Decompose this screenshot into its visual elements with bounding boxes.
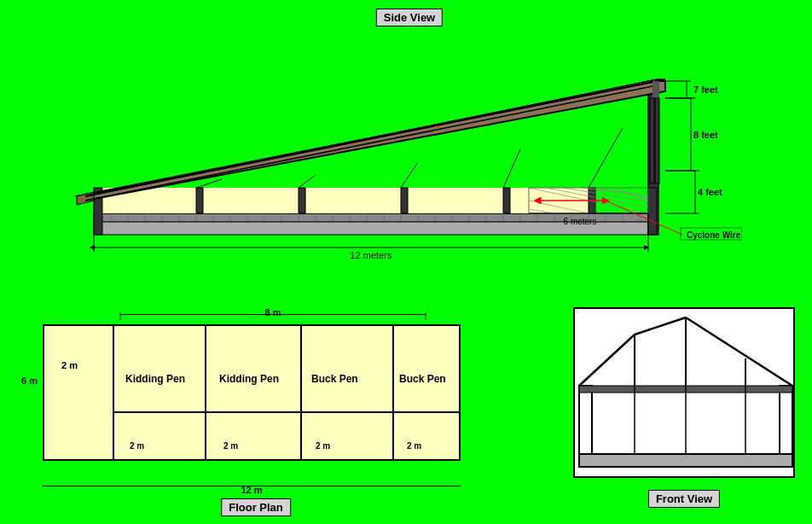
svg-line-95 — [579, 335, 635, 386]
svg-line-48 — [85, 81, 657, 196]
side-view-label: Side View — [376, 9, 443, 26]
dim-6m: 6 m — [21, 376, 38, 386]
dim-line-12m — [43, 486, 461, 486]
svg-rect-44 — [648, 188, 657, 235]
svg-line-49 — [85, 85, 657, 201]
sep-4 — [392, 326, 394, 459]
floor-rect: 2 m Kidding Pen Kidding Pen Buck Pen Buc… — [43, 324, 461, 461]
svg-text:8 feet: 8 feet — [693, 130, 718, 140]
dim-line-8m — [119, 314, 426, 315]
sep-left — [113, 326, 114, 459]
svg-rect-39 — [196, 188, 203, 213]
svg-line-64 — [597, 188, 648, 198]
svg-line-51 — [196, 179, 222, 188]
svg-rect-92 — [579, 386, 592, 454]
bottom-dim-4: 2 m — [407, 441, 421, 451]
svg-line-66 — [631, 188, 648, 205]
svg-line-55 — [589, 128, 623, 188]
svg-text:12 meters: 12 meters — [351, 250, 392, 260]
svg-rect-36 — [98, 188, 589, 213]
dim-tick-right: | — [425, 311, 426, 320]
bottom-dim-2: 2 m — [223, 441, 238, 451]
svg-text:Cyclone Wire: Cyclone Wire — [687, 230, 741, 240]
svg-text:7 feet: 7 feet — [693, 84, 718, 95]
sep-2 — [205, 326, 206, 459]
floor-plan-label: Floor Plan — [221, 498, 291, 516]
svg-line-96 — [635, 317, 686, 335]
svg-line-54 — [503, 149, 520, 188]
kidding-pen-1: Kidding Pen — [125, 373, 185, 385]
label-2m-corridor: 2 m — [61, 360, 78, 370]
side-view-svg: 12 meters 7 feet 8 feet 4 feet — [43, 30, 742, 277]
front-view-label: Front View — [648, 490, 720, 508]
svg-text:6 meters: 6 meters — [564, 217, 597, 226]
dim-8m: 8 m — [119, 307, 426, 317]
svg-line-97 — [686, 317, 792, 386]
svg-rect-58 — [655, 98, 659, 183]
svg-rect-56 — [652, 81, 659, 98]
side-view-container: Side View — [43, 9, 776, 290]
svg-rect-41 — [401, 188, 408, 213]
svg-line-52 — [299, 175, 316, 188]
buck-pen-2: Buck Pen — [399, 373, 446, 385]
svg-text:4 feet: 4 feet — [698, 187, 722, 197]
dim-tick-left: | — [119, 311, 121, 320]
svg-rect-93 — [780, 386, 792, 454]
svg-rect-40 — [299, 188, 305, 213]
front-view-svg — [575, 309, 797, 480]
svg-line-53 — [401, 162, 418, 188]
svg-rect-42 — [503, 188, 510, 213]
bottom-dim-3: 2 m — [316, 441, 330, 451]
svg-rect-91 — [579, 454, 792, 467]
svg-marker-45 — [77, 81, 665, 201]
sep-3 — [300, 326, 302, 459]
kidding-pen-2: Kidding Pen — [219, 373, 279, 385]
front-view-drawing — [573, 307, 795, 478]
bottom-dim-1: 2 m — [130, 441, 144, 451]
front-view-container: Front View — [573, 307, 795, 486]
buck-pen-1: Buck Pen — [311, 373, 358, 385]
h-line-pens — [114, 411, 461, 413]
svg-rect-57 — [650, 98, 654, 183]
floor-plan-container: 8 m | | 6 m 2 m Kidding Pen Kidding Pen … — [17, 307, 495, 495]
